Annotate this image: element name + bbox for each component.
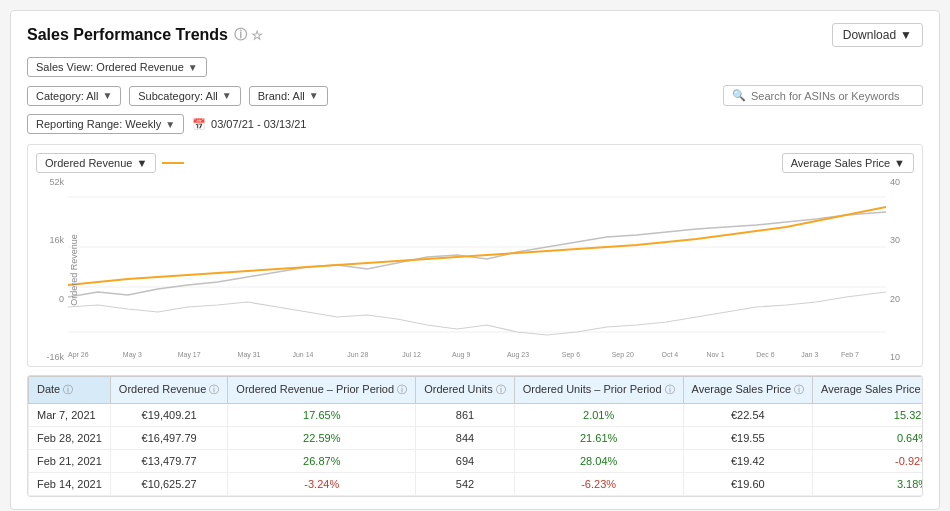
download-button[interactable]: Download ▼: [832, 23, 923, 47]
y-tick-30: 30: [890, 235, 900, 245]
info-icon[interactable]: ⓘ: [234, 26, 247, 44]
search-icon: 🔍: [732, 89, 746, 102]
orange-line-legend: [162, 162, 184, 164]
svg-text:Jul 12: Jul 12: [402, 351, 421, 358]
cell-avg-sales-price: €22.54: [683, 404, 813, 427]
star-icon[interactable]: ☆: [251, 28, 263, 43]
col-avg-sales-price-prior: Average Sales Price – Prior Period ⓘ: [813, 377, 923, 404]
chevron-down-icon: ▼: [222, 90, 232, 101]
chevron-down-icon: ▼: [165, 119, 175, 130]
ordered-revenue-legend-btn[interactable]: Ordered Revenue ▼: [36, 153, 156, 173]
y-tick-40: 40: [890, 177, 900, 187]
svg-text:Jan 3: Jan 3: [801, 351, 818, 358]
col-ordered-units: Ordered Units ⓘ: [416, 377, 515, 404]
cell-ordered-revenue-prior: 17.65%: [228, 404, 416, 427]
filter-row-3: Reporting Range: Weekly ▼ 📅 03/07/21 - 0…: [27, 114, 923, 134]
cell-ordered-revenue-prior: -3.24%: [228, 473, 416, 496]
cell-ordered-units: 861: [416, 404, 515, 427]
cell-ordered-units: 542: [416, 473, 515, 496]
cell-ordered-units-prior: -6.23%: [514, 473, 683, 496]
table-row: Feb 14, 2021€10,625.27-3.24%542-6.23%€19…: [29, 473, 924, 496]
cell-ordered-revenue: €10,625.27: [110, 473, 228, 496]
chevron-down-icon: ▼: [188, 62, 198, 73]
cell-date: Feb 21, 2021: [29, 450, 111, 473]
avg-price-info-icon[interactable]: ⓘ: [794, 384, 804, 395]
reporting-range-filter[interactable]: Reporting Range: Weekly ▼: [27, 114, 184, 134]
filter-row-1: Sales View: Ordered Revenue ▼: [27, 57, 923, 77]
svg-text:Nov 1: Nov 1: [706, 351, 724, 358]
y-tick-16k: 16k: [49, 235, 64, 245]
cell-avg-sales-price: €19.55: [683, 427, 813, 450]
calendar-icon: 📅: [192, 118, 206, 131]
filter-row-2: Category: All ▼ Subcategory: All ▼ Brand…: [27, 85, 923, 106]
search-container: 🔍: [723, 85, 923, 106]
table-row: Feb 21, 2021€13,479.7726.87%69428.04%€19…: [29, 450, 924, 473]
cell-ordered-units: 694: [416, 450, 515, 473]
svg-text:May 31: May 31: [238, 351, 261, 359]
svg-text:Aug 9: Aug 9: [452, 351, 470, 359]
sales-view-filter[interactable]: Sales View: Ordered Revenue ▼: [27, 57, 207, 77]
page-title: Sales Performance Trends: [27, 26, 228, 44]
chart-container: Ordered Revenue ▼ Average Sales Price ▼ …: [27, 144, 923, 367]
svg-text:Sep 6: Sep 6: [562, 351, 580, 359]
cell-ordered-units-prior: 28.04%: [514, 450, 683, 473]
ordered-units-prior-info-icon[interactable]: ⓘ: [665, 384, 675, 395]
date-range-display: 📅 03/07/21 - 03/13/21: [192, 118, 306, 131]
cell-date: Feb 14, 2021: [29, 473, 111, 496]
subcategory-filter[interactable]: Subcategory: All ▼: [129, 86, 240, 106]
cell-avg-sales-price: €19.60: [683, 473, 813, 496]
data-table: Date ⓘ Ordered Revenue ⓘ Ordered Revenue…: [28, 376, 923, 496]
chart-svg: Apr 26 May 3 May 17 May 31 Jun 14 Jun 28…: [68, 177, 886, 362]
cell-ordered-revenue: €16,497.79: [110, 427, 228, 450]
chevron-down-icon: ▼: [102, 90, 112, 101]
chevron-down-icon: ▼: [894, 157, 905, 169]
chart-legend-right: Average Sales Price ▼: [782, 153, 914, 173]
svg-text:Apr 26: Apr 26: [68, 351, 89, 359]
table-row: Mar 7, 2021€19,409.2117.65%8612.01%€22.5…: [29, 404, 924, 427]
cell-ordered-units-prior: 21.61%: [514, 427, 683, 450]
svg-text:Sep 20: Sep 20: [612, 351, 634, 359]
date-info-icon[interactable]: ⓘ: [63, 384, 73, 395]
cell-avg-sales-price-prior: -0.92%: [813, 450, 923, 473]
svg-text:May 3: May 3: [123, 351, 142, 359]
svg-text:May 17: May 17: [178, 351, 201, 359]
y-tick-0: 0: [59, 294, 64, 304]
chevron-down-icon: ▼: [136, 157, 147, 169]
ordered-units-info-icon[interactable]: ⓘ: [496, 384, 506, 395]
svg-text:Jun 28: Jun 28: [347, 351, 368, 358]
cell-ordered-revenue: €19,409.21: [110, 404, 228, 427]
cell-ordered-revenue-prior: 22.59%: [228, 427, 416, 450]
svg-text:Aug 23: Aug 23: [507, 351, 529, 359]
cell-avg-sales-price-prior: 3.18%: [813, 473, 923, 496]
cell-ordered-units-prior: 2.01%: [514, 404, 683, 427]
col-date: Date ⓘ: [29, 377, 111, 404]
cell-ordered-revenue: €13,479.77: [110, 450, 228, 473]
category-filter[interactable]: Category: All ▼: [27, 86, 121, 106]
cell-ordered-revenue-prior: 26.87%: [228, 450, 416, 473]
svg-text:Oct 4: Oct 4: [662, 351, 679, 358]
col-avg-sales-price: Average Sales Price ⓘ: [683, 377, 813, 404]
brand-filter[interactable]: Brand: All ▼: [249, 86, 328, 106]
search-input[interactable]: [751, 90, 911, 102]
svg-text:Jun 14: Jun 14: [292, 351, 313, 358]
avg-sales-price-legend-btn[interactable]: Average Sales Price ▼: [782, 153, 914, 173]
y-tick-52k: 52k: [49, 177, 64, 187]
y-tick-10: 10: [890, 352, 900, 362]
svg-text:Dec 6: Dec 6: [756, 351, 774, 358]
cell-date: Mar 7, 2021: [29, 404, 111, 427]
data-table-wrapper: Date ⓘ Ordered Revenue ⓘ Ordered Revenue…: [27, 375, 923, 497]
col-ordered-units-prior: Ordered Units – Prior Period ⓘ: [514, 377, 683, 404]
ordered-revenue-prior-info-icon[interactable]: ⓘ: [397, 384, 407, 395]
y-tick-neg16k: -16k: [46, 352, 64, 362]
cell-ordered-units: 844: [416, 427, 515, 450]
svg-text:Feb 7: Feb 7: [841, 351, 859, 358]
cell-avg-sales-price-prior: 0.64%: [813, 427, 923, 450]
y-tick-20: 20: [890, 294, 900, 304]
cell-avg-sales-price-prior: 15.32%: [813, 404, 923, 427]
chart-legend-left: Ordered Revenue ▼: [36, 153, 184, 173]
table-row: Feb 28, 2021€16,497.7922.59%84421.61%€19…: [29, 427, 924, 450]
cell-avg-sales-price: €19.42: [683, 450, 813, 473]
col-ordered-revenue: Ordered Revenue ⓘ: [110, 377, 228, 404]
ordered-revenue-info-icon[interactable]: ⓘ: [209, 384, 219, 395]
chevron-down-icon: ▼: [309, 90, 319, 101]
